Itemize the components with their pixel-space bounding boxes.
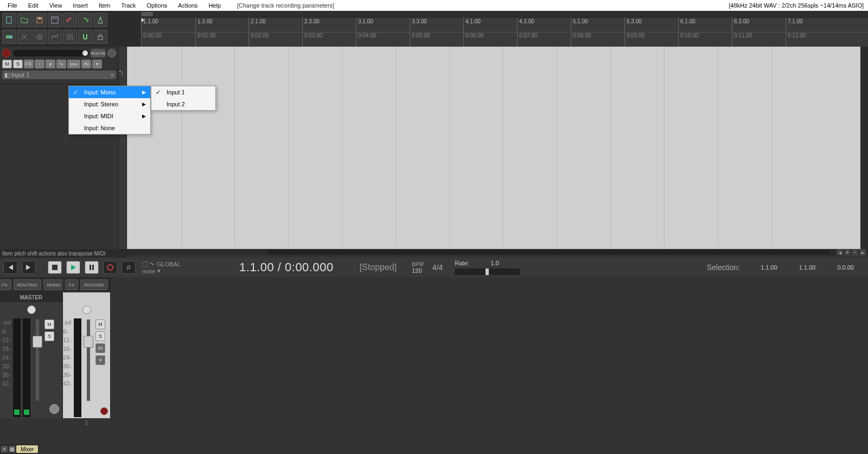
time-signature[interactable]: 4/4 [432, 263, 443, 272]
track-control-panel: ROUTE M S FX ◦ ø ∿ trim IN ▾ ◧ Input 1 ▾ [0, 47, 118, 249]
zoom-add-icon[interactable]: + [844, 249, 851, 255]
audio-device-info[interactable]: [48kHz 24bit WAV : 2/2ch 256spls ~14/14m… [729, 2, 866, 9]
grid-icon[interactable] [63, 30, 77, 44]
menu-file[interactable]: File [2, 1, 23, 10]
master-routing-button[interactable]: ROUTING [14, 279, 41, 290]
automation-mode[interactable]: trim [67, 60, 80, 68]
track1-solo-button[interactable]: S [95, 331, 105, 341]
master-mono-button[interactable]: MONO [43, 279, 65, 290]
arrange-hscroll[interactable]: ◂ + − ▸ [127, 249, 868, 255]
arrange-vscroll[interactable] [860, 47, 868, 249]
menu-track[interactable]: Track [116, 1, 141, 10]
menu-insert[interactable]: Insert [67, 1, 93, 10]
menu-view[interactable]: View [44, 1, 68, 10]
envelope-mode[interactable]: ∿GLOBAL none▾ [142, 260, 181, 274]
menu-actions[interactable]: Actions [173, 1, 203, 10]
track1-recmode-button[interactable]: ▾ [95, 355, 105, 365]
mixer-empty-area[interactable] [111, 277, 868, 418]
record-button[interactable] [103, 261, 117, 274]
goto-end-button[interactable] [22, 261, 36, 274]
open-project-icon[interactable] [17, 13, 31, 27]
marker-next-icon[interactable]: ▸ [859, 249, 866, 255]
undo-icon[interactable] [63, 13, 77, 27]
record-arm-button[interactable] [2, 49, 11, 57]
master-label: MASTER [0, 292, 62, 302]
repeat-button[interactable] [122, 261, 136, 274]
volume-fader[interactable] [13, 50, 89, 56]
fx-bypass-button[interactable]: ◦ [35, 60, 44, 68]
phase-button[interactable]: ø [46, 60, 55, 68]
marker-prev-icon[interactable]: ◂ [837, 249, 843, 255]
transport-position[interactable]: 1.1.00 / 0:00.000 [239, 260, 334, 274]
menu-item[interactable]: ✓Input: Mono▶ [69, 86, 150, 98]
master-automation-icon[interactable] [49, 404, 59, 414]
master-mute-button[interactable]: M [44, 319, 54, 329]
master-solo-button[interactable]: S [44, 331, 54, 341]
solo-button[interactable]: S [13, 60, 23, 68]
ruler-tick: 3.1.000:04.00 [356, 17, 356, 47]
track1-fader[interactable] [82, 317, 94, 418]
redo-icon[interactable] [78, 13, 92, 27]
track1-fx-button[interactable]: FX [65, 279, 78, 290]
envelope-icon[interactable] [48, 30, 62, 44]
track1-pan-knob[interactable] [82, 305, 91, 314]
mute-button[interactable]: M [2, 60, 12, 68]
track-1[interactable]: ROUTE M S FX ◦ ø ∿ trim IN ▾ ◧ Input 1 ▾ [0, 47, 118, 85]
project-settings-icon[interactable] [48, 13, 62, 27]
input-monitor-button[interactable]: IN [81, 60, 91, 68]
ruler-tick: 6.3.000:11.00 [732, 17, 732, 47]
snap-icon[interactable] [78, 30, 92, 44]
menu-item[interactable]: Item [93, 1, 116, 10]
record-mode-dropdown[interactable]: ▾ [92, 60, 102, 68]
zoom-sub-icon[interactable]: − [852, 249, 858, 255]
play-button[interactable] [66, 261, 80, 274]
track1-in-button[interactable]: IN [95, 343, 105, 353]
goto-start-button[interactable] [3, 261, 17, 274]
lock-icon[interactable] [93, 30, 107, 44]
track1-label[interactable] [63, 292, 110, 302]
ripple-edit-icon[interactable] [33, 30, 47, 44]
tab-mixer[interactable]: Mixer [16, 445, 38, 453]
selection-end[interactable]: 1.1.00 [799, 264, 816, 271]
rate-value[interactable]: 1.0 [491, 260, 499, 266]
track1-routing-button[interactable]: ROUTING [80, 279, 108, 290]
mixer-track-1[interactable]: FX ROUTING -inf6-12-18-24-30-36-42- M S … [63, 277, 111, 418]
docker-menu-icon[interactable]: ▦ [9, 446, 15, 452]
route-button[interactable]: ROUTE [91, 49, 105, 57]
save-project-icon[interactable] [33, 13, 47, 27]
bpm-value[interactable]: 120 [412, 267, 424, 274]
env-button[interactable]: ∿ [56, 60, 66, 68]
rate-slider[interactable] [455, 268, 520, 275]
track1-mute-button[interactable]: M [95, 319, 105, 329]
menu-item[interactable]: Input: None [69, 122, 150, 134]
menu-item[interactable]: Input: MIDI▶ [69, 110, 150, 122]
track-resize-edge[interactable]: 1 [118, 47, 127, 249]
master-fader[interactable] [31, 317, 43, 418]
stop-button[interactable] [48, 261, 62, 274]
track-input-selector[interactable]: ◧ Input 1 ▾ [2, 71, 116, 79]
submenu-item[interactable]: Input 2 [151, 98, 215, 110]
item-grouping-icon[interactable] [17, 30, 31, 44]
track1-recarm-button[interactable] [100, 407, 108, 415]
auto-crossfade-icon[interactable] [2, 30, 16, 44]
arrange-view[interactable] [127, 47, 860, 249]
selection-length[interactable]: 0.0.00 [837, 264, 854, 271]
arrange-hscroll-top[interactable] [141, 11, 868, 17]
docker-close-icon[interactable]: × [1, 446, 8, 452]
timeline-ruler[interactable]: 1.1.000:00.001.3.000:01.002.1.000:02.002… [141, 17, 868, 47]
menu-item[interactable]: Input: Stereo▶ [69, 98, 150, 110]
pause-button[interactable] [85, 261, 99, 274]
menu-options[interactable]: Options [141, 1, 173, 10]
master-fx-button[interactable]: FX [0, 279, 11, 290]
selection-start[interactable]: 1.1.00 [761, 264, 777, 271]
submenu-item[interactable]: ✓Input 1 [151, 86, 215, 98]
fx-button[interactable]: FX [24, 60, 34, 68]
mixer-master[interactable]: FX ROUTING MONO MASTER -inf6-12-18-24-30… [0, 277, 63, 418]
menu-help[interactable]: Help [203, 1, 226, 10]
menu-edit[interactable]: Edit [23, 1, 44, 10]
main-toolbar [0, 11, 141, 47]
metronome-icon[interactable] [93, 13, 107, 27]
master-pan-knob[interactable] [27, 305, 36, 314]
new-project-icon[interactable] [2, 13, 16, 27]
pan-knob[interactable] [107, 49, 116, 57]
